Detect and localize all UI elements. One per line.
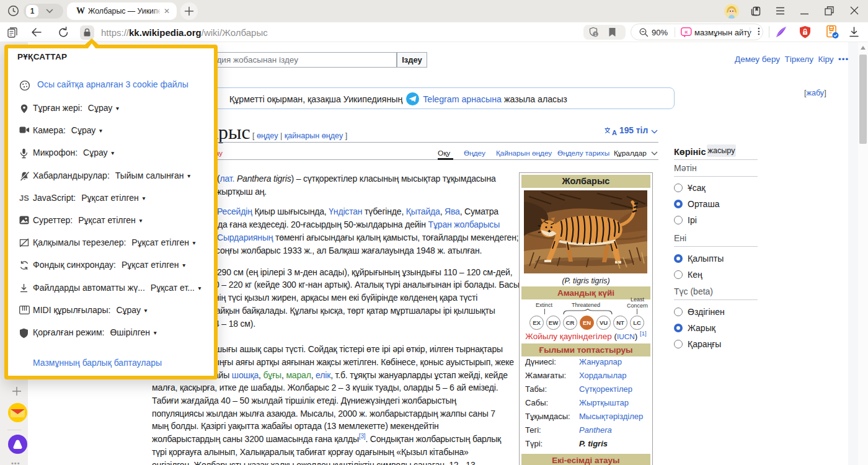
permission-value-dropdown[interactable]: Рұқсат етілген ▼ (131, 237, 197, 247)
downloads-icon[interactable] (849, 27, 859, 37)
zoom-level[interactable]: 90% (652, 28, 668, 37)
tab-group-pill[interactable]: 1 (24, 4, 63, 19)
taxonomy-value[interactable]: P. tigris (579, 439, 608, 448)
read-aloud-label[interactable]: мазмұнын айту (694, 28, 751, 37)
radio-Ірі[interactable] (674, 216, 683, 224)
permission-value-dropdown[interactable]: Рұқсат етілген ▼ (122, 260, 187, 270)
wiki-search-button[interactable]: Іздеу (397, 52, 427, 68)
language-chevron-icon[interactable] (651, 130, 658, 134)
yandex-mail-icon[interactable] (8, 403, 27, 422)
wiki-tab-Өңделу тарихы[interactable]: Өңделу тарихы (557, 149, 609, 157)
taxonomy-header[interactable]: Ғылыми топтастыруы (521, 343, 650, 356)
browser-actions-pill: 90% « мазмұнын айту ⋮ (631, 24, 763, 40)
bookmark-icon[interactable] (608, 27, 616, 37)
article-line: жыртқыш аң. (216, 185, 267, 198)
content-settings-link[interactable]: Мазмұнның барлық баптаулары (33, 358, 162, 368)
radio-label-Ірі[interactable]: Ірі (688, 215, 697, 225)
permission-value-dropdown[interactable]: Рұқсат етілген ▼ (78, 215, 143, 225)
radio-label-Кең[interactable]: Кең (688, 270, 702, 280)
browser-tab[interactable]: W Жолбарыс — Уикипеди ✕ (67, 2, 177, 20)
wiki-tab-Құралдар[interactable]: Құралдар (614, 149, 647, 157)
alice-assistant-icon[interactable] (8, 435, 27, 454)
ref-1[interactable]: [1] (640, 330, 647, 337)
appearance-hide-button[interactable]: жасыру (707, 144, 736, 157)
permission-value-dropdown[interactable]: Рұқсат етілген ▼ (81, 193, 146, 203)
taxonomy-value[interactable]: Сүтқоректілер (579, 384, 632, 394)
back-icon[interactable] (31, 27, 42, 37)
new-tab-button[interactable] (180, 2, 198, 20)
radio-Жарық[interactable] (674, 324, 683, 332)
radio-label-Қалыпты[interactable]: Қалыпты (688, 254, 724, 264)
edit-link[interactable]: өңдеу (257, 131, 278, 140)
scrollbar-up-icon[interactable] (861, 46, 866, 50)
translate-doc-icon[interactable] (825, 25, 840, 40)
strip-more-icon[interactable]: ••• (11, 459, 20, 465)
close-window-icon[interactable] (850, 6, 859, 15)
permission-value-dropdown[interactable]: Сұрау ▼ (71, 125, 104, 135)
telegram-link[interactable]: Telegram арнасына (423, 94, 502, 104)
permission-value-dropdown[interactable]: Тыйым салынған ▼ (115, 170, 192, 180)
radio-Өздігінен[interactable] (674, 308, 683, 316)
radio-Кең[interactable] (674, 270, 683, 279)
popups-icon (19, 238, 30, 249)
taxonomy-value[interactable]: Жануарлар (579, 357, 622, 366)
history-icon[interactable] (7, 5, 19, 17)
cookie-link[interactable]: Осы сайтқа арналған 3 cookie файлы (37, 79, 188, 89)
taxonomy-value[interactable]: Хордалылар (579, 371, 626, 380)
language-selector[interactable]: 195 тіл (619, 126, 648, 135)
permission-value-dropdown[interactable]: Сұрау ▼ (88, 103, 120, 113)
radio-label-Қараңғы[interactable]: Қараңғы (688, 339, 721, 349)
radio-label-Орташа[interactable]: Орташа (688, 199, 719, 209)
url-text[interactable]: https://kk.wikipedia.org/wiki/Жолбарыс (101, 27, 268, 38)
tiger-photo[interactable] (524, 190, 647, 273)
pill-more-icon[interactable]: ⋮ (755, 26, 763, 36)
site-security-chip[interactable] (80, 25, 94, 40)
status-CR: CR (563, 316, 577, 330)
tab-panels-icon[interactable] (750, 6, 761, 17)
permission-value-dropdown[interactable]: Рұқсат ет... ▼ (151, 283, 202, 293)
protect-shield-icon[interactable]: 1 (588, 27, 600, 38)
permission-value-dropdown[interactable]: Сұрау ▼ (116, 305, 148, 315)
tab-title: Жолбарыс — Уикипеди (88, 7, 160, 16)
chevron-down-icon[interactable] (46, 9, 53, 14)
zoom-out-icon[interactable] (639, 28, 649, 37)
radio-label-Өздігінен[interactable]: Өздігінен (688, 307, 725, 317)
avatar[interactable] (724, 4, 739, 19)
reload-icon[interactable] (58, 27, 69, 38)
scrollbar-thumb[interactable] (859, 55, 867, 144)
permission-value-dropdown[interactable]: Сұрау ▼ (83, 148, 115, 157)
yandex-pen-extension-icon[interactable] (774, 25, 788, 39)
taxonomy-value[interactable]: Жыртқыштар (579, 398, 629, 407)
wiki-tab-Оқу[interactable]: Оқу (438, 149, 450, 157)
wiki-tab-Қайнарын өңдеу[interactable]: Қайнарын өңдеу (496, 149, 552, 157)
radio-Ұсақ[interactable] (674, 184, 683, 192)
read-aloud-icon[interactable]: « (681, 27, 692, 38)
wiki-tab-Өңдеу[interactable]: Өңдеу (464, 149, 485, 157)
sidebar-toggle-icon[interactable] (7, 27, 18, 38)
add-panel-icon[interactable] (12, 386, 22, 396)
taxonomy-value[interactable]: Мысықтәрізділер (579, 412, 643, 421)
taxonomy-value[interactable]: Panthera (579, 425, 612, 435)
menu-icon[interactable] (776, 7, 785, 15)
restore-window-icon[interactable] (825, 6, 834, 16)
tab-close-icon[interactable]: ✕ (164, 7, 170, 16)
edit-source-link[interactable]: қайнарын өңдеу (285, 131, 343, 140)
taxonomy-label: Сабы: (525, 398, 548, 407)
radio-label-Жарық[interactable]: Жарық (688, 323, 715, 333)
register-link[interactable]: Тіркелу (785, 55, 814, 64)
radio-Орташа[interactable] (674, 200, 683, 208)
binomial-header[interactable]: Екі-есімді атауы (521, 454, 650, 465)
minimize-icon[interactable] (800, 13, 808, 15)
status-red-link[interactable]: Жойылу қаупіндегілер (525, 332, 611, 341)
login-link[interactable]: Кіру (818, 55, 834, 64)
donate-link[interactable]: Демеу беру (735, 55, 780, 64)
adguard-shield-icon[interactable] (799, 25, 812, 39)
radio-label-Ұсақ[interactable]: Ұсақ (688, 183, 706, 193)
user-menu-dots[interactable]: ••• (838, 55, 849, 64)
radio-Қараңғы[interactable] (674, 340, 683, 348)
banner-close[interactable]: [жабу] (804, 89, 826, 97)
radio-Қалыпты[interactable] (674, 254, 683, 263)
permission-value-dropdown[interactable]: Өшірілген ▼ (110, 327, 157, 337)
tools-chevron-icon[interactable] (651, 151, 658, 156)
iucn-link[interactable]: IUCN (617, 332, 635, 341)
